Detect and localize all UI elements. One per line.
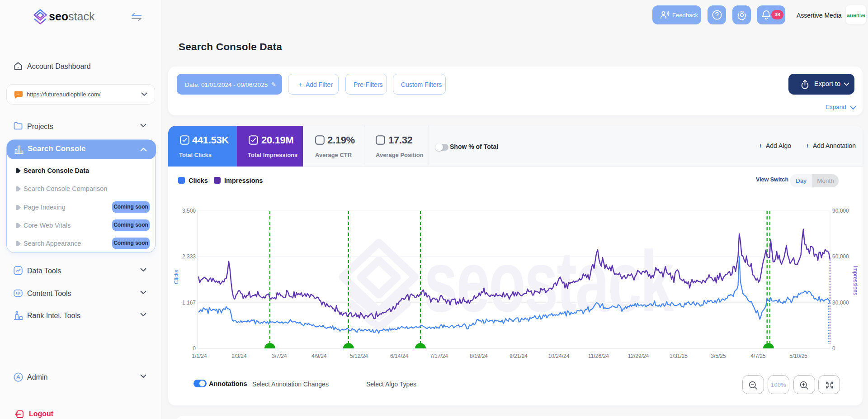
svg-text:4/7/25: 4/7/25	[750, 353, 766, 359]
svg-text:2/3/24: 2/3/24	[231, 353, 247, 359]
svg-text:3/5/25: 3/5/25	[711, 353, 726, 359]
svg-text:9/21/24: 9/21/24	[509, 353, 528, 359]
svg-text:5/12/24: 5/12/24	[350, 353, 368, 359]
svg-text:0: 0	[193, 345, 196, 352]
svg-text:3/7/24: 3/7/24	[272, 353, 287, 359]
svg-text:30,000: 30,000	[832, 300, 849, 306]
svg-text:1/1/24: 1/1/24	[192, 353, 207, 359]
svg-text:1/31/25: 1/31/25	[670, 353, 688, 359]
svg-text:6/14/24: 6/14/24	[390, 353, 408, 359]
svg-text:4/9/24: 4/9/24	[311, 353, 327, 359]
svg-text:1,167: 1,167	[182, 300, 196, 306]
svg-text:0: 0	[832, 345, 835, 352]
svg-text:7/17/24: 7/17/24	[430, 353, 448, 359]
svg-text:90,000: 90,000	[832, 208, 849, 214]
svg-text:2,333: 2,333	[182, 253, 196, 260]
svg-text:11/26/24: 11/26/24	[588, 353, 609, 359]
svg-text:5/10/25: 5/10/25	[789, 353, 807, 359]
svg-text:3,500: 3,500	[182, 208, 196, 214]
svg-text:60,000: 60,000	[832, 253, 849, 260]
svg-text:Impressions: Impressions	[852, 266, 859, 295]
svg-text:10/24/24: 10/24/24	[548, 353, 570, 359]
svg-text:8/19/24: 8/19/24	[470, 353, 488, 359]
svg-text:12/29/24: 12/29/24	[628, 353, 649, 359]
svg-text:Clicks: Clicks	[173, 270, 179, 284]
